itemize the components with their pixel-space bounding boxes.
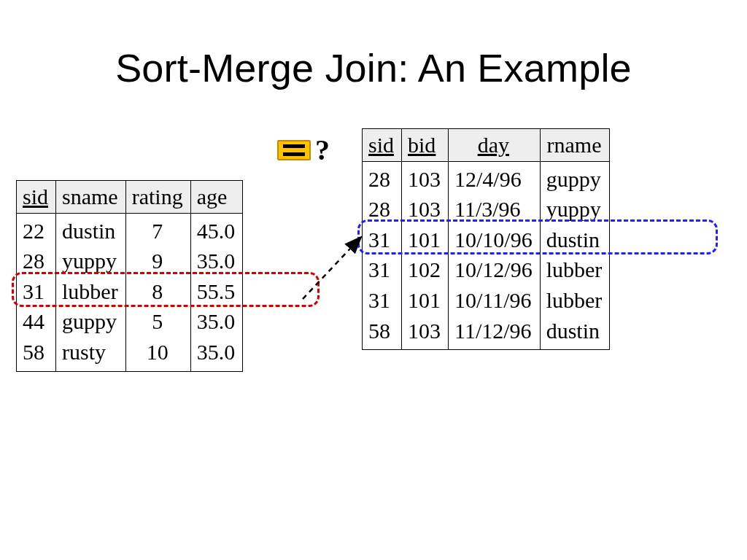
svg-line-0 <box>303 237 361 299</box>
col-rating: rating <box>125 181 190 214</box>
cell: guppy <box>56 307 126 338</box>
col-rname: rname <box>540 129 610 162</box>
cell: 28 <box>363 161 402 195</box>
cell: 103 <box>402 316 449 350</box>
cell: 58 <box>363 316 402 350</box>
cell: 28 <box>17 246 56 277</box>
join-compare-annotation: ? <box>277 136 330 165</box>
col-age: age <box>190 181 243 214</box>
cell: dustin <box>56 213 126 246</box>
cell: 55.5 <box>190 277 243 308</box>
cell: 102 <box>402 255 449 286</box>
sailors-table: sid sname rating age 22 dustin 7 45.0 28… <box>16 180 243 372</box>
table-row: 22 dustin 7 45.0 <box>17 213 243 246</box>
reserves-header-row: sid bid day rname <box>363 129 610 162</box>
cell: 31 <box>363 225 402 256</box>
cell: rusty <box>56 338 126 371</box>
cell: lubber <box>540 286 610 316</box>
slide-title: Sort-Merge Join: An Example <box>0 45 747 90</box>
table-row: 28 103 11/3/96 yuppy <box>363 195 610 225</box>
table-row: 58 rusty 10 35.0 <box>17 338 243 371</box>
cell: 7 <box>125 213 190 246</box>
cell: 28 <box>363 195 402 225</box>
cell: guppy <box>540 161 610 195</box>
cell: yuppy <box>56 246 126 277</box>
col-sname: sname <box>56 181 126 214</box>
cell: 9 <box>125 246 190 277</box>
question-mark: ? <box>315 136 330 165</box>
cell: 10 <box>125 338 190 371</box>
cell: 11/12/96 <box>449 316 541 350</box>
table-row: 31 102 10/12/96 lubber <box>363 255 610 286</box>
cell: yuppy <box>540 195 610 225</box>
col-sid: sid <box>17 181 56 214</box>
cell: 103 <box>402 161 449 195</box>
cell: 10/12/96 <box>449 255 541 286</box>
cell: dustin <box>540 316 610 350</box>
reserves-table: sid bid day rname 28 103 12/4/96 guppy 2… <box>362 128 610 350</box>
cell: 58 <box>17 338 56 371</box>
cell: 101 <box>402 225 449 256</box>
cell: 31 <box>363 286 402 316</box>
table-row: 31 101 10/10/96 dustin <box>363 225 610 256</box>
col-sid: sid <box>363 129 402 162</box>
cell: 103 <box>402 195 449 225</box>
table-row: 28 103 12/4/96 guppy <box>363 161 610 195</box>
cell: 35.0 <box>190 246 243 277</box>
table-row: 31 101 10/11/96 lubber <box>363 286 610 316</box>
cell: 45.0 <box>190 213 243 246</box>
equals-icon <box>277 140 311 160</box>
cell: lubber <box>540 255 610 286</box>
col-day: day <box>449 129 541 162</box>
cell: 44 <box>17 307 56 338</box>
cell: dustin <box>540 225 610 256</box>
cell: 8 <box>125 277 190 308</box>
cell: 22 <box>17 213 56 246</box>
cell: 31 <box>363 255 402 286</box>
cell: 11/3/96 <box>449 195 541 225</box>
cell: 35.0 <box>190 338 243 371</box>
table-row: 58 103 11/12/96 dustin <box>363 316 610 350</box>
cell: 5 <box>125 307 190 338</box>
cell: 101 <box>402 286 449 316</box>
cell: 10/11/96 <box>449 286 541 316</box>
slide: Sort-Merge Join: An Example ? sid sname … <box>0 0 747 560</box>
cell: 12/4/96 <box>449 161 541 195</box>
table-row: 31 lubber 8 55.5 <box>17 277 243 308</box>
cell: 35.0 <box>190 307 243 338</box>
col-bid: bid <box>402 129 449 162</box>
cell: 31 <box>17 277 56 308</box>
table-row: 44 guppy 5 35.0 <box>17 307 243 338</box>
cell: 10/10/96 <box>449 225 541 256</box>
table-row: 28 yuppy 9 35.0 <box>17 246 243 277</box>
sailors-header-row: sid sname rating age <box>17 181 243 214</box>
cell: lubber <box>56 277 126 308</box>
